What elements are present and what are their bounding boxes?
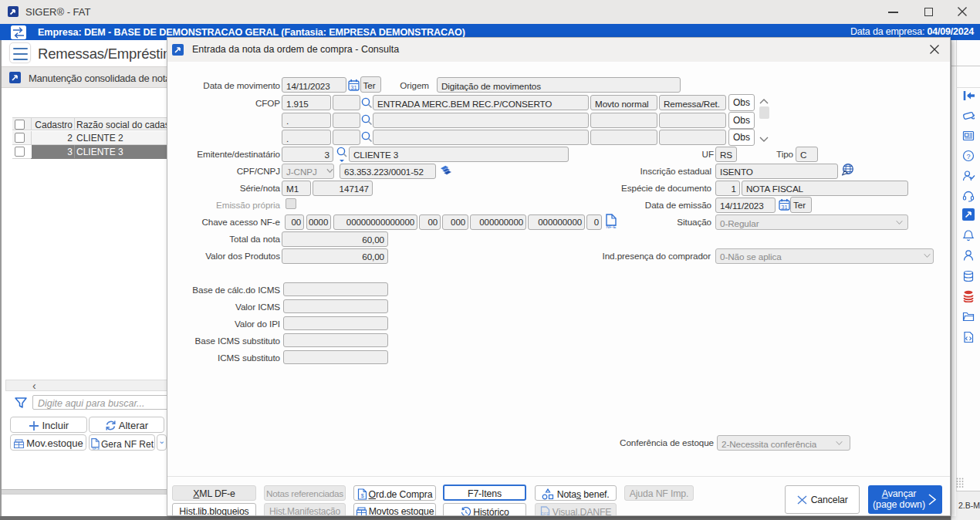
- svg-text:?: ?: [966, 153, 970, 160]
- svg-text:$: $: [360, 493, 363, 498]
- svg-text:NF-E: NF-E: [93, 447, 100, 451]
- svg-text:DFE: DFE: [541, 512, 549, 516]
